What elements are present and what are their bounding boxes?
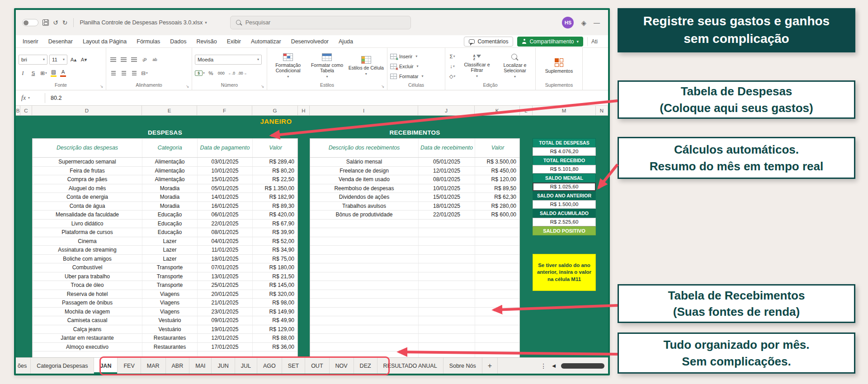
expenses-row[interactable]: CombustívelTransporte07/01/2025R$ 180,00: [33, 263, 297, 272]
increase-decimal-icon[interactable]: ←.0: [227, 69, 236, 78]
wrap-text-icon[interactable]: ab: [151, 55, 159, 64]
column-header-f[interactable]: F: [197, 106, 252, 115]
avatar[interactable]: HS: [562, 17, 574, 28]
expenses-row[interactable]: Mensalidade da faculdadeEducação06/01/20…: [33, 211, 297, 220]
expenses-row[interactable]: Conta de energiaMoradia14/01/2025R$ 182,…: [33, 193, 297, 202]
clear-icon[interactable]: ◇▾: [448, 72, 457, 81]
more-sheets-icon[interactable]: ⋮: [540, 362, 547, 370]
formula-bar-value[interactable]: 80.2: [51, 95, 61, 101]
number-format-select[interactable]: Moeda▾: [195, 55, 262, 65]
sheet-tab-sobre-nos[interactable]: Sobre Nós: [443, 358, 482, 374]
align-left-icon[interactable]: [109, 69, 118, 78]
expenses-row[interactable]: Calça jeansVestuário19/01/2025R$ 129,00: [33, 325, 297, 334]
expenses-row[interactable]: Almoço executivoRestaurantes17/01/2025R$…: [33, 343, 297, 352]
redo-icon[interactable]: ↻: [62, 19, 68, 26]
spreadsheet-grid[interactable]: JANEIRO DESPESAS RECEBIMENTOS Descrição …: [16, 116, 608, 357]
undo-icon[interactable]: ↺: [53, 19, 58, 26]
expenses-row[interactable]: Compra de pãesAlimentação15/01/2025R$ 22…: [33, 175, 297, 184]
minimize-button[interactable]: —: [594, 19, 600, 26]
income-row[interactable]: Reembolso de despesas10/01/2025R$ 89,50: [310, 184, 519, 193]
autosave-toggle[interactable]: [22, 19, 38, 26]
dialog-launcher-icon[interactable]: ↘: [186, 84, 189, 89]
expenses-row[interactable]: Mochila de viagemViagens23/01/2025R$ 149…: [33, 308, 297, 317]
autosum-icon[interactable]: Σ▾: [448, 52, 457, 61]
ribbon-tab-inserir[interactable]: Inserir: [18, 35, 43, 47]
expenses-row[interactable]: Aluguel do mêsMoradia05/01/2025R$ 1.350,…: [33, 184, 297, 193]
percent-style-icon[interactable]: %: [207, 69, 215, 78]
align-bottom-icon[interactable]: [130, 55, 138, 64]
italic-icon[interactable]: I: [19, 69, 27, 78]
column-header-m[interactable]: M: [533, 106, 596, 115]
share-button[interactable]: Compartilhamento ▾: [517, 37, 583, 47]
expenses-row[interactable]: Conta de águaMoradia16/01/2025R$ 89,30: [33, 202, 297, 211]
align-top-icon[interactable]: [109, 55, 118, 64]
insert-cells-button[interactable]: Inserir▾: [390, 52, 417, 61]
decrease-font-icon[interactable]: A▾: [80, 55, 88, 64]
column-header-h[interactable]: H: [298, 106, 310, 115]
increase-font-icon[interactable]: A▴: [69, 55, 78, 64]
expenses-row[interactable]: CinemaLazer04/01/2025R$ 52,00: [33, 237, 297, 246]
comma-style-icon[interactable]: 000: [217, 69, 226, 78]
delete-cells-button[interactable]: Excluir▾: [390, 62, 419, 71]
expenses-row[interactable]: Feira de frutasAlimentação10/01/2025R$ 8…: [33, 167, 297, 176]
ribbon-tab-revisao[interactable]: Revisão: [191, 35, 222, 47]
income-row[interactable]: Trabalhos avulsos18/01/2025R$ 280,00: [310, 202, 519, 211]
expenses-row[interactable]: Uber para trabalhoTransporte13/01/2025R$…: [33, 272, 297, 281]
font-color-icon[interactable]: A: [59, 69, 67, 77]
dialog-launcher-icon[interactable]: ↘: [261, 84, 264, 89]
accounting-format-icon[interactable]: $▾: [195, 69, 205, 78]
underline-icon[interactable]: S: [29, 69, 38, 78]
expenses-row[interactable]: Supermercado semanalAlimentação03/01/202…: [33, 158, 297, 167]
scroll-left-icon[interactable]: ◀: [552, 363, 556, 368]
income-row[interactable]: Dividendos de ações15/01/2025R$ 62,30: [310, 193, 519, 202]
expenses-row[interactable]: Reserva de hotelViagens20/01/2025R$ 320,…: [33, 290, 297, 299]
ribbon-tab-desenvolvedor[interactable]: Desenvolvedor: [286, 35, 334, 47]
find-select-button[interactable]: Localizar e Selecionar ▾: [497, 51, 533, 82]
expenses-row[interactable]: Passagem de ônibusViagens21/01/2025R$ 98…: [33, 299, 297, 308]
ribbon-tab-dados[interactable]: Dados: [165, 35, 191, 47]
expenses-row[interactable]: Livro didáticoEducação22/01/2025R$ 67,90: [33, 220, 297, 229]
expenses-row[interactable]: Plataforma de cursosEducação08/01/2025R$…: [33, 228, 297, 237]
font-size-select[interactable]: 11▾: [49, 55, 67, 65]
column-header-i[interactable]: I: [310, 106, 418, 115]
save-icon[interactable]: [42, 19, 49, 26]
column-header-g[interactable]: G: [252, 106, 298, 115]
align-middle-icon[interactable]: [119, 55, 128, 64]
comments-button[interactable]: Comentários: [464, 37, 513, 47]
fill-color-icon[interactable]: ▨: [50, 69, 57, 77]
conditional-formatting-button[interactable]: Formatação Condicional ▾: [270, 51, 306, 82]
ribbon-tab-automatizar[interactable]: Automatizar: [246, 35, 286, 47]
dialog-launcher-icon[interactable]: ↘: [100, 84, 103, 89]
sheet-tab-clipped[interactable]: ões: [16, 358, 31, 374]
ribbon-tab-ajuda[interactable]: Ajuda: [334, 35, 358, 47]
fill-icon[interactable]: ↓▾: [448, 62, 457, 71]
column-header-k[interactable]: K: [475, 106, 520, 115]
fx-button[interactable]: fx▾: [21, 94, 45, 102]
column-header-e[interactable]: E: [142, 106, 197, 115]
ribbon-tab-formulas[interactable]: Fórmulas: [132, 35, 165, 47]
addins-button[interactable]: Suplementos: [541, 51, 578, 82]
borders-icon[interactable]: ⊞▾: [39, 69, 48, 78]
expenses-row[interactable]: Jantar em restauranteRestaurantes12/01/2…: [33, 334, 297, 343]
column-header-n[interactable]: N: [596, 106, 608, 115]
ribbon-tab-layout-da-pagina[interactable]: Layout da Página: [78, 35, 132, 47]
column-header-l[interactable]: L: [520, 106, 533, 115]
search-input[interactable]: Pesquisar: [230, 16, 411, 29]
document-title[interactable]: Planilha Controle de Despesas Pessoais 3…: [80, 19, 207, 26]
align-right-icon[interactable]: [130, 69, 138, 78]
expenses-row[interactable]: Troca de óleoTransporte25/01/2025R$ 145,…: [33, 281, 297, 290]
sheet-tab-categoria-despesas[interactable]: Categoria Despesas: [31, 358, 94, 374]
income-row[interactable]: Freelance de design12/01/2025R$ 450,00: [310, 167, 519, 176]
decrease-decimal-icon[interactable]: .00→: [238, 69, 247, 78]
align-center-icon[interactable]: [119, 69, 128, 78]
expenses-table[interactable]: Descrição das despesasCategoriaData de p…: [32, 138, 298, 357]
income-row[interactable]: Bônus de produtividade22/01/2025R$ 600,0…: [310, 211, 519, 220]
dialog-launcher-icon[interactable]: ↘: [381, 84, 384, 89]
column-header-b[interactable]: B: [16, 106, 20, 115]
sort-filter-button[interactable]: AZ Classificar e Filtrar ▾: [459, 51, 495, 82]
income-row[interactable]: Salário mensal05/01/2025R$ 3.500,00: [310, 158, 519, 167]
gem-icon[interactable]: ◈: [581, 19, 586, 26]
expenses-row[interactable]: Camiseta casualVestuário09/01/2025R$ 49,…: [33, 316, 297, 325]
font-name-select[interactable]: bri▾: [19, 55, 47, 65]
column-header-d[interactable]: D: [32, 106, 142, 115]
